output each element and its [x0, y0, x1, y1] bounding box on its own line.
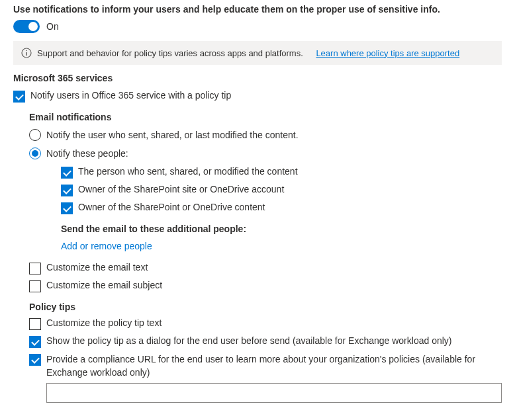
toggle-knob: [28, 22, 38, 31]
info-icon: [21, 48, 32, 58]
notifications-toggle-row: On: [13, 20, 502, 33]
cb-custom-email-text-label: Customize the email text: [46, 262, 148, 273]
cb-dialog-row: Show the policy tip as a dialog for the …: [29, 335, 502, 348]
cb-person-row: The person who sent, shared, or modified…: [61, 166, 502, 179]
radio-row-notify-user: Notify the user who sent, shared, or las…: [29, 129, 502, 141]
cb-person[interactable]: [61, 167, 73, 179]
notify-office365-label: Notify users in Office 365 service with …: [30, 90, 231, 101]
notifications-toggle-label: On: [46, 21, 59, 32]
svg-point-2: [26, 50, 27, 52]
notify-office365-checkbox[interactable]: [13, 91, 25, 103]
cb-custom-tip-row: Customize the policy tip text: [29, 317, 502, 330]
policy-tips-heading: Policy tips: [29, 302, 502, 312]
cb-custom-email-text-row: Customize the email text: [29, 262, 502, 274]
cb-dialog-label: Show the policy tip as a dialog for the …: [46, 335, 451, 346]
info-bar-link[interactable]: Learn where policy tips are supported: [316, 48, 459, 58]
cb-compliance-url-label: Provide a compliance URL for the end use…: [46, 354, 475, 378]
info-bar-text: Support and behavior for policy tips var…: [37, 48, 303, 58]
radio-notify-people[interactable]: [29, 147, 41, 159]
cb-content-owner[interactable]: [61, 202, 73, 214]
cb-site-owner-label: Owner of the SharePoint site or OneDrive…: [78, 184, 284, 194]
cb-content-owner-label: Owner of the SharePoint or OneDrive cont…: [78, 202, 265, 212]
additional-people-heading: Send the email to these additional peopl…: [61, 224, 502, 234]
cb-content-owner-row: Owner of the SharePoint or OneDrive cont…: [61, 202, 502, 214]
page-title: Use notifications to inform your users a…: [13, 4, 502, 15]
radio-notify-user-label: Notify the user who sent, shared, or las…: [46, 130, 299, 140]
cb-site-owner[interactable]: [61, 185, 73, 196]
m365-services-heading: Microsoft 365 services: [13, 73, 502, 83]
cb-site-owner-row: Owner of the SharePoint site or OneDrive…: [61, 184, 502, 196]
radio-row-notify-people: Notify these people:: [29, 147, 502, 159]
cb-person-label: The person who sent, shared, or modified…: [78, 166, 298, 177]
add-remove-people-link[interactable]: Add or remove people: [61, 241, 152, 251]
notify-office365-row: Notify users in Office 365 service with …: [13, 90, 502, 103]
cb-custom-email-subject[interactable]: [29, 280, 41, 292]
cb-custom-email-subject-label: Customize the email subject: [46, 280, 162, 290]
email-notifications-heading: Email notifications: [29, 112, 502, 122]
compliance-url-input[interactable]: [46, 383, 502, 403]
cb-custom-email-subject-row: Customize the email subject: [29, 280, 502, 292]
cb-compliance-url-row: Provide a compliance URL for the end use…: [29, 353, 502, 403]
cb-custom-email-text[interactable]: [29, 263, 41, 274]
cb-custom-tip[interactable]: [29, 318, 41, 330]
cb-dialog[interactable]: [29, 336, 41, 348]
info-bar: Support and behavior for policy tips var…: [13, 41, 502, 65]
cb-compliance-url[interactable]: [29, 354, 41, 366]
radio-notify-people-label: Notify these people:: [46, 148, 128, 159]
radio-notify-user[interactable]: [29, 129, 41, 141]
notifications-toggle[interactable]: [13, 20, 40, 33]
cb-custom-tip-label: Customize the policy tip text: [46, 317, 162, 328]
